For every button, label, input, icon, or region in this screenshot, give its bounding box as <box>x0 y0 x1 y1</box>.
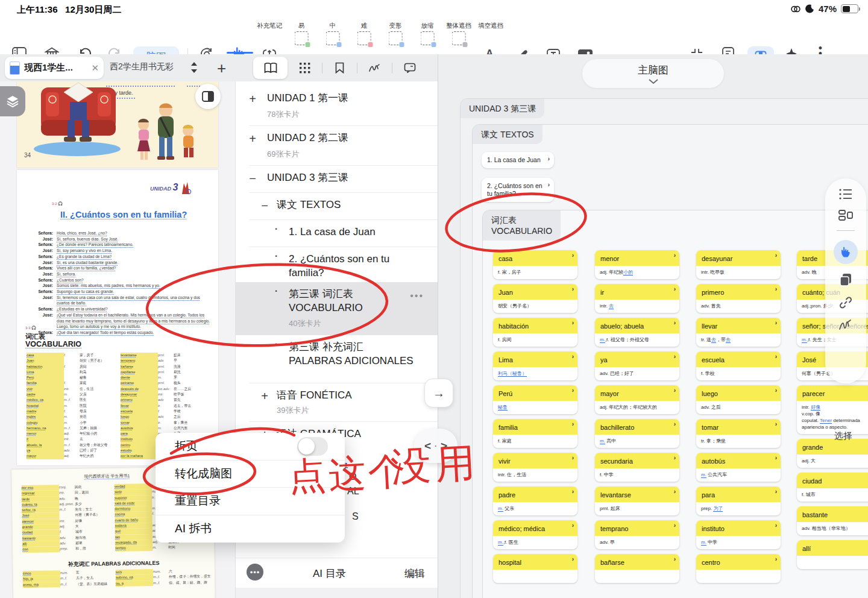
vocab-card[interactable]: Perú›秘鲁 <box>493 385 577 414</box>
vocab-link[interactable]: m. <box>498 506 503 512</box>
chevron-right-icon[interactable]: › <box>674 522 676 529</box>
chevron-right-icon[interactable]: › <box>572 488 574 495</box>
chevron-right-icon[interactable]: › <box>548 155 550 163</box>
vocab-link[interactable]: m. <box>600 337 605 343</box>
layout-icon[interactable] <box>838 209 853 221</box>
vocab-card[interactable]: ir›intr. 去 <box>595 284 679 313</box>
vocab-link[interactable]: 好像 <box>811 404 820 411</box>
vocab-link[interactable]: m. <box>498 540 503 546</box>
vocab-card[interactable]: centro› <box>696 554 781 583</box>
vocabulario-group-label[interactable]: 词汇表 VOCABULARIO <box>483 210 561 241</box>
tab-close-icon[interactable]: ✕ <box>91 63 99 74</box>
expand-icon[interactable]: + <box>247 132 259 146</box>
chevron-right-icon[interactable]: › <box>674 387 676 394</box>
chevron-right-icon[interactable]: › <box>572 353 574 360</box>
vocab-card[interactable]: tomar›tr. 拿；乘坐 <box>696 419 781 448</box>
vocab-card[interactable]: mayor›adj. 年纪大的；年纪较大的 <box>595 385 679 414</box>
outline-row-4[interactable]: −课文 TEXTOS <box>236 193 438 220</box>
vocab-card[interactable]: bachillerato›m. 高中 <box>595 419 679 448</box>
chevron-right-icon[interactable]: › <box>674 556 676 562</box>
expand-to-mindmap-button[interactable]: → <box>424 379 453 408</box>
split-view-button[interactable] <box>195 84 221 109</box>
chevron-right-icon[interactable]: › <box>775 488 777 495</box>
vocab-card[interactable]: hospital› <box>493 554 577 583</box>
vocab-card[interactable]: primero›adv. 首先 <box>696 284 781 313</box>
chevron-right-icon[interactable]: › <box>674 353 676 360</box>
vocab-card[interactable]: bastante›adv. 相当地（非常地） <box>797 506 868 535</box>
chevron-right-icon[interactable]: › <box>775 455 777 461</box>
chevron-right-icon[interactable]: › <box>572 387 574 394</box>
chevron-right-icon[interactable]: › <box>775 353 777 360</box>
outline-row-9[interactable]: +语音 FONÉTICA39张卡片 <box>236 383 438 422</box>
tab-second-document[interactable]: 西2学生用书无彩 <box>110 61 174 72</box>
menu-item-2[interactable]: 转化成脑图 <box>156 461 345 488</box>
vocab-link[interactable]: m. <box>701 540 706 546</box>
chevron-right-icon[interactable]: › <box>775 387 777 394</box>
mask-tool-整体遮挡[interactable] <box>452 31 466 45</box>
vocab-card[interactable]: ciudad›f. 城市 <box>797 473 868 502</box>
vocab-card[interactable]: levantarse›prnl. 起床 <box>595 486 679 515</box>
duplicate-pages-icon[interactable] <box>839 273 852 286</box>
expand-icon[interactable]: + <box>259 389 271 403</box>
text-card-2[interactable]: 2. ¿Cuántos son en tu familia?› <box>482 178 554 202</box>
vocab-card[interactable]: ya›adv. 已经；好了 <box>595 351 679 380</box>
select-floating-label[interactable]: 选择 <box>834 430 852 442</box>
segment-document-view[interactable] <box>253 57 288 79</box>
chevron-right-icon[interactable]: › <box>775 522 777 529</box>
chevron-right-icon[interactable]: › <box>572 421 574 427</box>
vocab-card[interactable]: bañarse› <box>595 554 679 583</box>
vocab-card[interactable]: Lima›利马（秘鲁） <box>493 351 577 380</box>
outline-list-icon[interactable] <box>838 188 853 200</box>
mask-tool-变形[interactable] <box>389 31 403 45</box>
page-nav-pill[interactable]: < · > <box>414 429 458 463</box>
vocab-card[interactable]: allí› <box>797 540 868 569</box>
vocab-card[interactable]: grande›adj. 大 <box>797 439 868 468</box>
text-card-1[interactable]: 1. La casa de Juan› <box>482 152 554 168</box>
menu-item-1[interactable]: 折页 <box>156 433 345 461</box>
chevron-down-icon[interactable] <box>649 79 658 84</box>
chevron-right-icon[interactable]: › <box>775 556 777 562</box>
vocab-link[interactable]: 去 <box>711 337 716 343</box>
ai-toc-button[interactable]: AI 目录 <box>313 567 346 581</box>
vocab-link[interactable]: m. <box>802 337 807 343</box>
hand-tool-selected[interactable] <box>834 240 858 264</box>
nav-back-icon[interactable]: < <box>424 439 431 453</box>
menu-item-4[interactable]: AI 拆书 <box>156 515 345 543</box>
vocab-link[interactable]: 为了 <box>713 506 723 512</box>
vocab-card[interactable]: instituto›m. 中学 <box>696 520 781 549</box>
chevron-right-icon[interactable]: › <box>775 319 777 326</box>
chevron-right-icon[interactable]: › <box>548 181 550 189</box>
segment-grid-view[interactable] <box>288 57 322 79</box>
layers-button[interactable] <box>0 86 25 116</box>
menu-item-3[interactable]: 重置目录 <box>156 488 345 515</box>
vocab-card[interactable]: desayunar›intr. 吃早饭 <box>696 250 781 279</box>
chevron-right-icon[interactable]: › <box>775 252 777 259</box>
textos-group-label[interactable]: 课文 TEXTOS <box>473 125 542 144</box>
chevron-right-icon[interactable]: › <box>775 286 777 292</box>
chevron-right-icon[interactable]: › <box>674 286 676 292</box>
vocab-link[interactable]: m. <box>600 438 605 444</box>
root-group-label[interactable]: UNIDAD 3 第三课 <box>461 99 544 118</box>
vocab-link[interactable]: 小的 <box>623 269 633 275</box>
vocab-card[interactable]: luego›adv. 之后 <box>696 385 781 414</box>
mindmap-title-pill[interactable]: 主脑图 <box>582 59 724 88</box>
chevron-right-icon[interactable]: › <box>572 319 574 326</box>
outline-row-7[interactable]: •第三课 词汇表 VOCABULARIO40张卡片••• <box>236 282 438 335</box>
chevron-right-icon[interactable]: › <box>674 421 676 427</box>
vocab-card[interactable]: para›prep. 为了 <box>696 486 781 515</box>
chevron-right-icon[interactable]: › <box>674 455 676 461</box>
collapse-icon[interactable]: − <box>259 199 271 213</box>
nav-forward-icon[interactable]: > <box>441 439 447 453</box>
outline-row-3[interactable]: −UNIDAD 3 第三课 <box>236 166 438 193</box>
chevron-right-icon[interactable]: › <box>674 319 676 326</box>
more-options-button[interactable]: ••• <box>247 564 263 581</box>
textos-group[interactable]: 课文 TEXTOS 1. La casa de Juan› 2. ¿Cuánto… <box>472 124 868 598</box>
vocab-card[interactable]: temprano›adv. 早 <box>595 520 679 549</box>
scribble-icon[interactable] <box>838 319 854 331</box>
vocab-card[interactable]: llevar›tr. 送去，带去 <box>696 318 781 347</box>
vocab-card[interactable]: menor›adj. 年纪较小的 <box>595 250 679 279</box>
fold-toggle[interactable] <box>297 437 328 456</box>
row-more-icon[interactable]: ••• <box>410 291 424 301</box>
segment-annotation-view[interactable] <box>392 57 427 79</box>
outline-row-6[interactable]: •2. ¿Cuántos son en tu familia? <box>236 247 438 282</box>
